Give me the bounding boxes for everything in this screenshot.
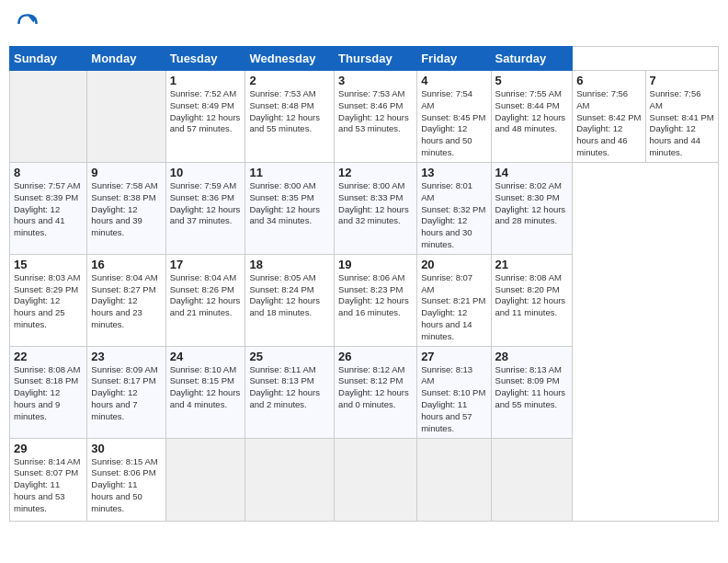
day-info: Sunrise: 8:04 AM Sunset: 8:27 PM Dayligh… [91, 272, 161, 331]
day-info: Sunrise: 7:58 AM Sunset: 8:38 PM Dayligh… [91, 180, 161, 239]
day-info: Sunrise: 8:10 AM Sunset: 8:15 PM Dayligh… [170, 364, 242, 411]
day-info: Sunrise: 7:53 AM Sunset: 8:46 PM Dayligh… [338, 88, 413, 135]
day-cell-13: 13 Sunrise: 8:01 AM Sunset: 8:32 PM Dayl… [417, 162, 491, 254]
day-cell-9: 9 Sunrise: 7:58 AM Sunset: 8:38 PM Dayli… [87, 162, 165, 254]
day-cell-2: 2 Sunrise: 7:53 AM Sunset: 8:48 PM Dayli… [245, 71, 335, 163]
day-number: 13 [421, 166, 486, 179]
empty-cell [491, 438, 573, 521]
day-info: Sunrise: 8:08 AM Sunset: 8:18 PM Dayligh… [14, 364, 83, 423]
day-cell-18: 18 Sunrise: 8:05 AM Sunset: 8:24 PM Dayl… [245, 254, 335, 346]
day-number: 29 [14, 442, 83, 455]
empty-cell [335, 438, 417, 521]
day-info: Sunrise: 8:05 AM Sunset: 8:24 PM Dayligh… [249, 272, 330, 319]
day-number: 26 [338, 350, 413, 363]
day-cell-24: 24 Sunrise: 8:10 AM Sunset: 8:15 PM Dayl… [165, 346, 245, 438]
weekday-thursday: Thursday [335, 47, 417, 71]
weekday-monday: Monday [87, 47, 165, 71]
week-row-5: 29 Sunrise: 8:14 AM Sunset: 8:07 PM Dayl… [10, 438, 719, 521]
empty-cell [245, 438, 335, 521]
day-info: Sunrise: 8:01 AM Sunset: 8:32 PM Dayligh… [421, 180, 486, 251]
day-number: 6 [576, 74, 641, 87]
day-number: 27 [421, 350, 486, 363]
page-header [9, 9, 719, 39]
day-cell-27: 27 Sunrise: 8:13 AM Sunset: 8:10 PM Dayl… [417, 346, 491, 438]
calendar-body: 1 Sunrise: 7:52 AM Sunset: 8:49 PM Dayli… [10, 71, 719, 522]
day-info: Sunrise: 7:52 AM Sunset: 8:49 PM Dayligh… [170, 88, 242, 135]
day-number: 2 [249, 74, 330, 87]
day-number: 17 [170, 258, 242, 271]
day-cell-29: 29 Sunrise: 8:14 AM Sunset: 8:07 PM Dayl… [10, 438, 87, 521]
day-info: Sunrise: 8:04 AM Sunset: 8:26 PM Dayligh… [170, 272, 242, 319]
day-number: 20 [421, 258, 486, 271]
weekday-wednesday: Wednesday [245, 47, 335, 71]
empty-cell [87, 71, 165, 163]
day-info: Sunrise: 8:07 AM Sunset: 8:21 PM Dayligh… [421, 272, 486, 343]
day-number: 19 [338, 258, 413, 271]
logo [13, 9, 46, 39]
calendar: SundayMondayTuesdayWednesdayThursdayFrid… [9, 46, 719, 522]
day-info: Sunrise: 8:08 AM Sunset: 8:20 PM Dayligh… [495, 272, 569, 319]
day-number: 23 [91, 350, 161, 363]
day-number: 21 [495, 258, 569, 271]
day-info: Sunrise: 8:09 AM Sunset: 8:17 PM Dayligh… [91, 364, 161, 423]
day-cell-10: 10 Sunrise: 7:59 AM Sunset: 8:36 PM Dayl… [165, 162, 245, 254]
weekday-tuesday: Tuesday [165, 47, 245, 71]
day-number: 1 [170, 74, 242, 87]
day-number: 12 [338, 166, 413, 179]
day-info: Sunrise: 8:15 AM Sunset: 8:06 PM Dayligh… [91, 456, 161, 515]
day-number: 18 [249, 258, 330, 271]
day-cell-15: 15 Sunrise: 8:03 AM Sunset: 8:29 PM Dayl… [10, 254, 87, 346]
day-number: 11 [249, 166, 330, 179]
day-info: Sunrise: 8:13 AM Sunset: 8:10 PM Dayligh… [421, 364, 486, 435]
day-cell-25: 25 Sunrise: 8:11 AM Sunset: 8:13 PM Dayl… [245, 346, 335, 438]
day-number: 4 [421, 74, 486, 87]
day-info: Sunrise: 7:59 AM Sunset: 8:36 PM Dayligh… [170, 180, 242, 227]
day-number: 14 [495, 166, 569, 179]
day-cell-26: 26 Sunrise: 8:12 AM Sunset: 8:12 PM Dayl… [335, 346, 417, 438]
empty-cell [10, 71, 87, 163]
day-cell-14: 14 Sunrise: 8:02 AM Sunset: 8:30 PM Dayl… [491, 162, 573, 254]
day-info: Sunrise: 7:56 AM Sunset: 8:41 PM Dayligh… [650, 88, 714, 159]
day-cell-7: 7 Sunrise: 7:56 AM Sunset: 8:41 PM Dayli… [645, 71, 718, 163]
week-row-1: 1 Sunrise: 7:52 AM Sunset: 8:49 PM Dayli… [10, 71, 719, 163]
weekday-friday: Friday [417, 47, 491, 71]
day-cell-12: 12 Sunrise: 8:00 AM Sunset: 8:33 PM Dayl… [335, 162, 417, 254]
logo-icon [13, 9, 42, 39]
day-cell-16: 16 Sunrise: 8:04 AM Sunset: 8:27 PM Dayl… [87, 254, 165, 346]
day-number: 25 [249, 350, 330, 363]
day-number: 24 [170, 350, 242, 363]
day-number: 3 [338, 74, 413, 87]
day-cell-5: 5 Sunrise: 7:55 AM Sunset: 8:44 PM Dayli… [491, 71, 573, 163]
empty-cell [417, 438, 491, 521]
day-info: Sunrise: 8:14 AM Sunset: 8:07 PM Dayligh… [14, 456, 83, 515]
week-row-3: 15 Sunrise: 8:03 AM Sunset: 8:29 PM Dayl… [10, 254, 719, 346]
day-cell-6: 6 Sunrise: 7:56 AM Sunset: 8:42 PM Dayli… [573, 71, 645, 163]
day-number: 10 [170, 166, 242, 179]
day-cell-3: 3 Sunrise: 7:53 AM Sunset: 8:46 PM Dayli… [335, 71, 417, 163]
day-number: 15 [14, 258, 83, 271]
day-cell-17: 17 Sunrise: 8:04 AM Sunset: 8:26 PM Dayl… [165, 254, 245, 346]
day-number: 28 [495, 350, 569, 363]
day-cell-11: 11 Sunrise: 8:00 AM Sunset: 8:35 PM Dayl… [245, 162, 335, 254]
day-cell-23: 23 Sunrise: 8:09 AM Sunset: 8:17 PM Dayl… [87, 346, 165, 438]
day-info: Sunrise: 8:02 AM Sunset: 8:30 PM Dayligh… [495, 180, 569, 227]
day-info: Sunrise: 8:11 AM Sunset: 8:13 PM Dayligh… [249, 364, 330, 411]
day-cell-28: 28 Sunrise: 8:13 AM Sunset: 8:09 PM Dayl… [491, 346, 573, 438]
day-number: 9 [91, 166, 161, 179]
day-info: Sunrise: 7:53 AM Sunset: 8:48 PM Dayligh… [249, 88, 330, 135]
day-cell-1: 1 Sunrise: 7:52 AM Sunset: 8:49 PM Dayli… [165, 71, 245, 163]
day-info: Sunrise: 8:13 AM Sunset: 8:09 PM Dayligh… [495, 364, 569, 411]
day-info: Sunrise: 8:00 AM Sunset: 8:35 PM Dayligh… [249, 180, 330, 227]
weekday-header-row: SundayMondayTuesdayWednesdayThursdayFrid… [10, 47, 719, 71]
day-number: 7 [650, 74, 714, 87]
day-number: 16 [91, 258, 161, 271]
day-info: Sunrise: 8:00 AM Sunset: 8:33 PM Dayligh… [338, 180, 413, 227]
day-cell-21: 21 Sunrise: 8:08 AM Sunset: 8:20 PM Dayl… [491, 254, 573, 346]
day-info: Sunrise: 8:06 AM Sunset: 8:23 PM Dayligh… [338, 272, 413, 319]
empty-cell [165, 438, 245, 521]
day-info: Sunrise: 8:12 AM Sunset: 8:12 PM Dayligh… [338, 364, 413, 411]
day-info: Sunrise: 7:54 AM Sunset: 8:45 PM Dayligh… [421, 88, 486, 159]
day-info: Sunrise: 7:55 AM Sunset: 8:44 PM Dayligh… [495, 88, 569, 135]
day-cell-22: 22 Sunrise: 8:08 AM Sunset: 8:18 PM Dayl… [10, 346, 87, 438]
weekday-sunday: Sunday [10, 47, 87, 71]
